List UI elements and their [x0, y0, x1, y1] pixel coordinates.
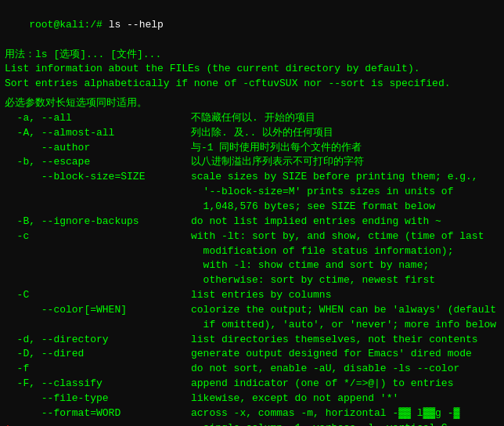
col-right: 1,048,576 bytes; see SIZE format below	[191, 200, 499, 215]
col-right: across -x, commas -m, horizontal -▓▓ l▓▓…	[191, 406, 499, 421]
col-left: -D, --dired	[5, 347, 191, 362]
two-col-line: --file-typelikewise, except do not appen…	[5, 392, 499, 406]
col-left	[5, 244, 191, 259]
two-col-line: --block-size=SIZEscale sizes by SIZE bef…	[5, 170, 499, 185]
terminal-window: root@kali:/# ls --help 用法：ls [选项]... [文件…	[0, 0, 504, 426]
col-left	[5, 185, 191, 200]
two-col-line: -cwith -lt: sort by, and show, ctime (ti…	[5, 229, 499, 244]
col-right: generate output designed for Emacs' dire…	[191, 347, 499, 362]
col-right: with -lt: sort by, and show, ctime (time…	[191, 229, 499, 244]
prompt-line: root@kali:/# ls --help	[5, 3, 499, 48]
watermark-logo: |REEBUF	[5, 423, 47, 426]
col-right: 以八进制溢出序列表示不可打印的字符	[191, 155, 499, 170]
two-col-line: with -l: show ctime and sort by name;	[5, 258, 499, 273]
col-right: '--block-size=M' prints sizes in units o…	[191, 185, 499, 200]
two-col-line: -b, --escape以八进制溢出序列表示不可打印的字符	[5, 155, 499, 170]
col-left	[5, 200, 191, 215]
col-right: if omitted), 'auto', or 'never'; more in…	[191, 318, 499, 333]
two-col-line: -fdo not sort, enable -aU, disable -ls -…	[5, 362, 499, 377]
col-right: with -l: show ctime and sort by name;	[191, 258, 499, 273]
col-left: --format=WORD	[5, 406, 191, 421]
prompt-hash: #	[96, 19, 103, 31]
col-left	[5, 258, 191, 273]
col-right: otherwise: sort by ctime, newest first	[191, 273, 499, 288]
two-col-line: -B, --ignore-backupsdo not list implied …	[5, 215, 499, 229]
two-col-line: otherwise: sort by ctime, newest first	[5, 273, 499, 288]
col-left: -d, --directory	[5, 333, 191, 348]
col-left: --file-type	[5, 392, 191, 406]
two-col-line: --color[=WHEN]colorize the output; WHEN …	[5, 303, 499, 318]
col-left: -f	[5, 362, 191, 377]
col-right: 与-1 同时使用时列出每个文件的作者	[191, 141, 499, 156]
two-col-line: --author与-1 同时使用时列出每个文件的作者	[5, 141, 499, 156]
output-line: Sort entries alphabetically if none of -…	[5, 77, 499, 92]
col-left: -C	[5, 288, 191, 303]
two-col-line: -D, --diredgenerate output designed for …	[5, 347, 499, 362]
col-right: scale sizes by SIZE before printing them…	[191, 170, 499, 185]
col-left	[5, 273, 191, 288]
col-left: -c	[5, 229, 191, 244]
prompt-user: root@kali:	[29, 19, 90, 31]
two-col-line: -F, --classifyappend indicator (one of *…	[5, 377, 499, 392]
two-col-line: --format=WORDacross -x, commas -m, horiz…	[5, 406, 499, 421]
col-right: list entries by columns	[191, 288, 499, 303]
col-left: -F, --classify	[5, 377, 191, 392]
output-line: List information about the FILEs (the cu…	[5, 62, 499, 77]
col-right: 不隐藏任何以. 开始的项目	[191, 111, 499, 126]
prompt-path: /	[90, 19, 96, 31]
col-right: do not list implied entries ending with …	[191, 215, 499, 229]
watermark: |REEBUF	[0, 423, 504, 426]
col-left: -a, --all	[5, 111, 191, 126]
col-left: -A, --almost-all	[5, 126, 191, 141]
col-left: --block-size=SIZE	[5, 170, 191, 185]
col-right: colorize the output; WHEN can be 'always…	[191, 303, 499, 318]
two-col-line: -A, --almost-all列出除. 及.. 以外的任何项目	[5, 126, 499, 141]
output-line: 用法：ls [选项]... [文件]...	[5, 48, 499, 63]
two-col-line: modification of file status information)…	[5, 244, 499, 259]
col-right: append indicator (one of */=>@|) to entr…	[191, 377, 499, 392]
two-col-line: 1,048,576 bytes; see SIZE format below	[5, 200, 499, 215]
col-right: likewise, except do not append '*'	[191, 392, 499, 406]
col-right: modification of file status information)…	[191, 244, 499, 259]
col-left: --color[=WHEN]	[5, 303, 191, 318]
col-right: 列出除. 及.. 以外的任何项目	[191, 126, 499, 141]
col-left: -b, --escape	[5, 155, 191, 170]
two-col-line: '--block-size=M' prints sizes in units o…	[5, 185, 499, 200]
two-col-line: -d, --directorylist directories themselv…	[5, 333, 499, 348]
col-right: list directories themselves, not their c…	[191, 333, 499, 348]
col-right: do not sort, enable -aU, disable -ls --c…	[191, 362, 499, 377]
output-line: 必选参数对长短选项同时适用。	[5, 96, 499, 111]
two-col-line: if omitted), 'auto', or 'never'; more in…	[5, 318, 499, 333]
two-col-line: -a, --all不隐藏任何以. 开始的项目	[5, 111, 499, 126]
two-col-line: -Clist entries by columns	[5, 288, 499, 303]
col-left: --author	[5, 141, 191, 156]
output-container: 用法：ls [选项]... [文件]...List information ab…	[5, 48, 499, 426]
command-text: ls --help	[103, 19, 164, 31]
col-left	[5, 318, 191, 333]
col-left: -B, --ignore-backups	[5, 215, 191, 229]
